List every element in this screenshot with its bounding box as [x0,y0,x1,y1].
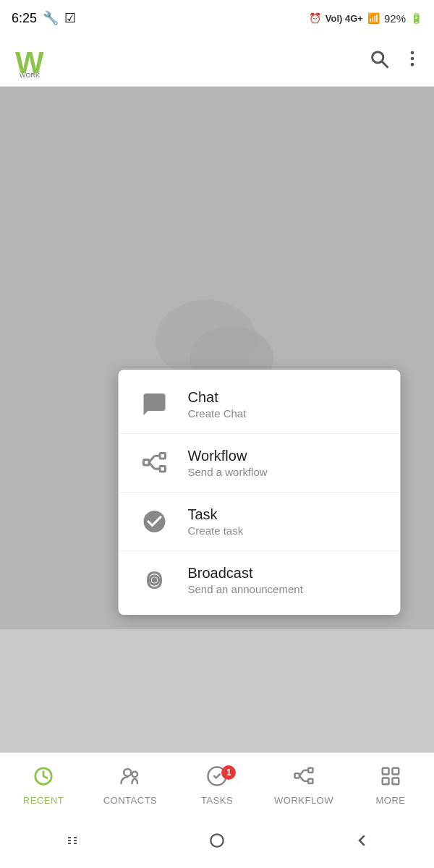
battery-display: 92% [384,12,406,25]
broadcast-title: Broadcast [188,565,303,582]
svg-line-3 [382,61,388,67]
svg-text:WORK: WORK [20,72,40,77]
chat-menu-text: Chat Create Chat [188,389,247,420]
svg-point-4 [411,51,414,55]
svg-rect-12 [160,454,166,459]
workflow-icon [139,447,171,479]
workflow-nav-icon [293,765,315,792]
workflow-subtitle: Send a workflow [188,466,268,478]
more-options-icon[interactable] [402,48,422,74]
tasks-label: TASKS [201,795,233,806]
app-header: W WORK [0,36,434,87]
recent-label: RECENT [23,795,64,806]
battery-icon: 🔋 [410,12,422,24]
menu-item-task[interactable]: Task Create task [119,493,401,551]
menu-item-broadcast[interactable]: Broadcast Send an announcement [119,551,401,609]
svg-line-14 [149,456,155,462]
svg-rect-25 [308,778,312,783]
bottom-nav: RECENT CONTACTS 1 TASKS [0,752,434,817]
status-icons: ⏰ Vol) 4G+ 📶 92% 🔋 [309,12,422,25]
svg-rect-32 [383,778,389,784]
svg-line-16 [149,462,155,469]
main-content: Chat Create Chat Workflow Send a work [0,87,434,629]
tasks-badge: 1 [221,765,236,780]
svg-rect-23 [295,773,299,778]
chat-subtitle: Create Chat [188,407,247,420]
chat-title: Chat [188,389,247,406]
android-nav-bar [0,817,434,868]
nav-item-workflow[interactable]: WORKFLOW [260,765,347,806]
workflow-label: WORKFLOW [274,795,333,806]
svg-line-26 [299,770,304,775]
contacts-label: CONTACTS [103,795,158,806]
android-back-button[interactable] [339,825,385,861]
nav-item-tasks[interactable]: 1 TASKS [174,765,260,806]
menu-item-workflow[interactable]: Workflow Send a workflow [119,434,401,493]
svg-point-6 [411,63,414,67]
task-subtitle: Create task [188,524,244,537]
svg-rect-24 [308,767,312,772]
task-icon [139,506,171,537]
svg-rect-31 [393,767,399,774]
more-label: MORE [376,795,406,806]
search-icon[interactable] [369,48,389,74]
chat-icon [139,388,171,420]
notification-icon: ☑ [64,10,76,26]
svg-rect-13 [160,467,166,472]
svg-rect-40 [210,834,223,846]
svg-rect-11 [144,460,150,466]
nav-item-recent[interactable]: RECENT [0,765,87,806]
header-actions [369,48,422,74]
broadcast-menu-text: Broadcast Send an announcement [188,565,303,595]
task-title: Task [188,506,244,523]
svg-point-18 [153,579,156,582]
android-home-button[interactable] [193,824,241,861]
nav-item-contacts[interactable]: CONTACTS [87,765,174,806]
android-recent-button[interactable] [49,825,95,861]
svg-line-28 [299,775,304,781]
menu-item-chat[interactable]: Chat Create Chat [119,375,401,434]
svg-rect-30 [383,767,389,774]
more-nav-icon [380,765,401,792]
contacts-icon [119,765,141,792]
svg-point-5 [411,57,414,61]
status-time: 6:25 🔧 ☑ [12,10,76,26]
signal-text: Vol) 4G+ [326,13,363,24]
time-display: 6:25 [12,11,37,26]
recent-icon [33,765,54,792]
broadcast-subtitle: Send an announcement [188,583,303,595]
popup-menu: Chat Create Chat Workflow Send a work [119,370,401,615]
signal-bars-icon: 📶 [367,12,380,24]
svg-point-21 [132,771,138,777]
nav-item-more[interactable]: MORE [347,765,434,806]
workflow-title: Workflow [188,448,268,464]
wrench-icon: 🔧 [43,10,59,26]
svg-point-20 [124,769,131,776]
workflow-menu-text: Workflow Send a workflow [188,448,268,478]
alarm-icon: ⏰ [309,12,321,24]
status-bar: 6:25 🔧 ☑ ⏰ Vol) 4G+ 📶 92% 🔋 [0,0,434,36]
svg-rect-33 [393,778,399,784]
broadcast-icon [139,564,171,596]
task-menu-text: Task Create task [188,506,244,537]
app-logo: W WORK [12,43,48,80]
